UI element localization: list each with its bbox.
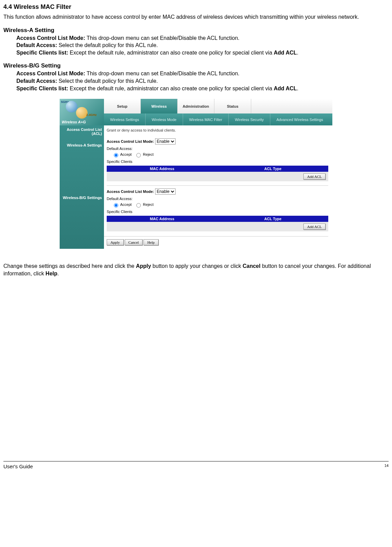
cancel-button[interactable]: Cancel [125, 239, 143, 245]
grant-description: Grant or deny access to individual clien… [107, 128, 328, 132]
wireless-a-acl: Access Control List Mode: This drop-down… [16, 34, 389, 42]
router-admin-screenshot: 5GHz 2.4GHz Wireless A+G Setup Wireless … [60, 99, 332, 249]
tab-status[interactable]: Status [214, 99, 251, 113]
wbg-aclmode-select[interactable]: Enable [155, 188, 176, 195]
sidebar-wa-label: Wireless-A Settings [60, 141, 102, 149]
wireless-a-heading: Wireless-A Setting [3, 27, 389, 34]
wireless-a-da: Default Access: Select the default polic… [16, 42, 389, 49]
wireless-bg-acl: Access Control List Mode: This drop-down… [16, 70, 389, 77]
wireless-bg-heading: Wireless-B/G Setting [3, 62, 389, 69]
acl-desc: This drop-down menu can set Enable/Disab… [85, 35, 240, 41]
wireless-bg-da: Default Access: Select the default polic… [16, 77, 389, 85]
wbg-th-type: ACL Type [217, 216, 328, 222]
wa-reject-option[interactable]: Reject [135, 152, 153, 156]
wireless-bg-sc: Specific Clients list: Except the defaul… [16, 85, 389, 92]
acl-label: Access Control List Mode: [16, 35, 85, 41]
sidebar-acl-label: Access Control List (ACL) [60, 125, 102, 138]
page-footer: User's Guide 14 [3, 461, 389, 469]
wa-clients-table: MAC Address ACL Type Add ACL [107, 166, 328, 181]
sc-desc: Except the default rule, administrator c… [68, 86, 274, 91]
da-desc: Select the default policy for this ACL r… [57, 78, 158, 84]
wbg-aclmode-label: Access Control List Mode: [107, 189, 154, 194]
intro-paragraph: This function allows administrator to ha… [3, 13, 389, 21]
wbg-reject-option[interactable]: Reject [135, 202, 153, 207]
acl-label: Access Control List Mode: [16, 71, 85, 76]
wa-aclmode-select[interactable]: Enable [155, 138, 176, 145]
sc-label: Specific Clients list: [16, 86, 68, 91]
tab-administration[interactable]: Administration [178, 99, 214, 113]
help-button[interactable]: Help [144, 239, 158, 245]
subtab-advanced[interactable]: Advanced Wireless Settings [270, 113, 329, 125]
product-logo: 5GHz 2.4GHz Wireless A+G [60, 99, 104, 125]
sc-label: Specific Clients list: [16, 50, 68, 56]
wa-accept-option[interactable]: Accept [112, 152, 132, 156]
subtab-security[interactable]: Wireless Security [229, 113, 270, 125]
wbg-add-acl-button[interactable]: Add ACL [303, 224, 326, 230]
divider [107, 185, 328, 186]
acl-desc: This drop-down menu can set Enable/Disab… [85, 71, 240, 76]
wa-th-mac: MAC Address [107, 166, 217, 172]
conclusion-paragraph: Change these settings as described here … [3, 262, 389, 277]
tab-filler [251, 99, 332, 113]
da-label: Default Access: [16, 78, 57, 84]
sc-tail: . [297, 50, 298, 56]
wbg-clients-table: MAC Address ACL Type Add ACL [107, 216, 328, 231]
subtab-wireless-mode[interactable]: Wireless Mode [146, 113, 183, 125]
wa-add-acl-button[interactable]: Add ACL [303, 173, 326, 180]
wbg-default-access-label: Default Access: [107, 197, 133, 201]
logo-24ghz: 2.4GHz [86, 113, 97, 117]
subtab-wireless-settings[interactable]: Wireless Settings [104, 113, 146, 125]
da-label: Default Access: [16, 42, 57, 48]
tab-setup[interactable]: Setup [104, 99, 141, 113]
wa-specific-clients-label: Specific Clients [107, 159, 328, 164]
subtab-mac-filter[interactable]: Wireless MAC Filter [183, 113, 229, 125]
da-desc: Select the default policy for this ACL r… [57, 42, 158, 48]
sidebar-wbg-label: Wireless-B/G Settings [60, 194, 102, 202]
wireless-a-sc: Specific Clients list: Except the defaul… [16, 49, 389, 57]
sc-desc: Except the default rule, administrator c… [68, 50, 274, 56]
logo-text: Wireless A+G [62, 120, 86, 124]
wa-aclmode-label: Access Control List Mode: [107, 139, 154, 143]
wbg-th-mac: MAC Address [107, 216, 217, 222]
footer-left: User's Guide [3, 464, 33, 469]
section-title: 4.4 Wireless MAC Filter [3, 3, 389, 11]
wa-th-type: ACL Type [217, 166, 328, 172]
tab-wireless[interactable]: Wireless [141, 99, 178, 113]
table-row: Add ACL [107, 222, 328, 231]
add-acl-bold: Add ACL [274, 86, 297, 91]
sc-tail: . [297, 86, 298, 91]
wbg-specific-clients-label: Specific Clients [107, 210, 328, 214]
table-row: Add ACL [107, 172, 328, 181]
add-acl-bold: Add ACL [274, 50, 297, 56]
wa-default-access-label: Default Access: [107, 147, 133, 151]
apply-button[interactable]: Apply [107, 239, 124, 245]
wbg-accept-option[interactable]: Accept [112, 202, 132, 207]
page-number: 14 [385, 464, 389, 469]
